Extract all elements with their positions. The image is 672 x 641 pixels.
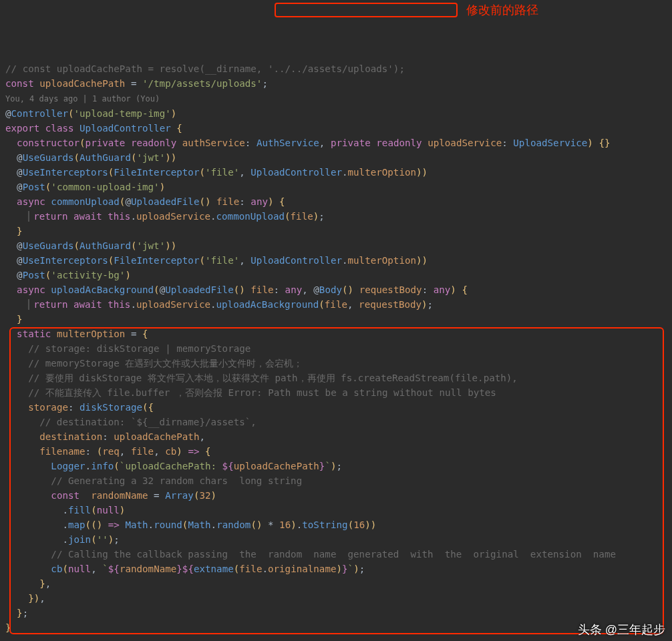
code-line[interactable]: // destination: `${__dirname}/assets`, [5,415,667,429]
code-token: ) [97,519,103,530]
code-token [5,593,28,604]
code-line[interactable]: destination: uploadCachePath, [5,429,667,444]
code-line[interactable]: return await this.uploadService.uploadAc… [5,297,667,312]
code-token: @ [5,108,11,119]
code-token: ( [68,108,74,119]
code-token: }) [28,593,39,604]
code-token: randomName [91,490,148,501]
code-token [5,431,39,442]
code-token: . [297,519,303,530]
code-token: await [73,299,108,310]
code-token: destination [39,431,102,442]
code-line[interactable]: @UseGuards(AuthGuard('jwt')) [5,150,667,165]
code-token: ( [62,564,68,574]
code-token: } [39,578,45,589]
code-token: ( [91,534,97,545]
code-line[interactable]: filename: (req, file, cb) => { [5,444,667,459]
code-token: private [86,138,131,148]
code-token: . [262,564,268,574]
code-token [274,196,280,207]
code-token: . [130,299,136,310]
code-token: ${ [222,461,234,471]
code-token: multerOption [348,167,417,178]
code-token: return [33,299,73,310]
code-token: commonUpload [216,211,285,222]
code-token: . [5,534,68,545]
code-token [353,284,359,295]
code-line[interactable]: // storage: diskStorage | memoryStorage [5,341,667,356]
code-token: 'upload-temp-img' [74,108,171,119]
code-token: round [154,519,182,530]
code-line[interactable]: @UseGuards(AuthGuard('jwt')) [5,238,667,253]
code-token [211,196,217,207]
code-line[interactable]: const uploadCachePath = '/tmp/assets/upl… [5,76,667,91]
code-token: cb [165,446,176,457]
code-token: , [39,593,45,604]
code-line[interactable]: Logger.info(`uploadCachePath: ${uploadCa… [5,459,667,473]
code-line[interactable]: }), [5,591,667,606]
code-editor[interactable]: // const uploadCachePath = resolve(__dir… [0,59,672,640]
code-token [5,608,17,618]
code-token: const [51,490,91,501]
code-line[interactable]: @Post('common-upload-img') [5,180,667,194]
code-token: } [17,226,23,236]
code-line[interactable]: .map(() => Math.round(Math.random() * 16… [5,517,667,532]
code-line[interactable]: export class UploadController { [5,121,667,136]
code-token: , [45,578,51,589]
code-token: ( [234,564,240,574]
code-token: UploadController [250,167,342,178]
code-token: info [91,461,114,471]
code-token: , @ [302,284,319,295]
code-line[interactable]: } [5,312,667,327]
code-token: , [347,299,359,310]
code-line[interactable]: async commonUpload(@UploadedFile() file:… [5,194,667,209]
code-line[interactable]: static multerOption = { [5,327,667,341]
code-line[interactable]: constructor(private readonly authService… [5,136,667,150]
code-line[interactable]: // const uploadCachePath = resolve(__dir… [5,61,667,76]
code-token: ( [74,240,80,251]
code-token: file [131,446,154,457]
code-line[interactable]: // Generating a 32 random chars long str… [5,473,667,488]
code-token [5,402,28,413]
code-token: ) [291,519,297,530]
code-token: @ [5,167,23,178]
code-line[interactable]: .join(''); [5,532,667,547]
code-token: { [279,196,285,207]
code-token: constructor [17,138,79,148]
code-token [200,446,206,457]
code-line[interactable]: return await this.uploadService.commonUp… [5,209,667,224]
code-token: // 要使用 diskStorage 将文件写入本地，以获得文件 path，再使… [28,373,518,383]
code-line[interactable]: You, 4 days ago | 1 author (You) [5,91,667,106]
code-token: private [331,138,376,148]
code-line[interactable]: .fill(null) [5,503,667,517]
code-token: null [97,505,120,515]
code-line[interactable]: } [5,224,667,238]
code-token: export [5,123,45,134]
code-line[interactable]: }; [5,606,667,620]
code-line[interactable]: }, [5,576,667,591]
code-token [5,549,51,560]
code-line[interactable]: const randomName = Array(32) [5,488,667,503]
code-line[interactable]: @Post('activity-bg') [5,268,667,282]
code-token: diskStorage [79,402,142,413]
code-line[interactable]: @UseInterceptors(FileInterceptor('file',… [5,165,667,180]
code-token: Body [319,284,342,295]
code-line[interactable]: @UseInterceptors(FileInterceptor('file',… [5,253,667,268]
code-token: ) [268,196,274,207]
code-line[interactable]: cb(null, `${randomName}${extname(file.or… [5,562,667,576]
code-line[interactable]: // 要使用 diskStorage 将文件写入本地，以获得文件 path，再使… [5,371,667,385]
code-token: . [342,167,348,178]
code-token: // Calling the callback passing the rand… [51,549,616,560]
code-token: UploadController [79,123,171,134]
code-token: @ [125,196,131,207]
code-line[interactable]: // Calling the callback passing the rand… [5,547,667,562]
code-lens[interactable]: You, 4 days ago | 1 author (You) [5,94,160,103]
code-line[interactable]: } [5,620,667,635]
code-line[interactable]: async uploadAcBackground(@UploadedFile()… [5,282,667,297]
code-token: await [73,211,108,222]
code-line[interactable]: // 不能直接传入 file.buffer ，否则会报 Error: Path … [5,385,667,400]
code-token: ) [120,505,126,515]
code-line[interactable]: // memoryStorage 在遇到大文件或大批量小文件时，会宕机； [5,356,667,371]
code-line[interactable]: @Controller('upload-temp-img') [5,106,667,121]
code-line[interactable]: storage: diskStorage({ [5,400,667,415]
